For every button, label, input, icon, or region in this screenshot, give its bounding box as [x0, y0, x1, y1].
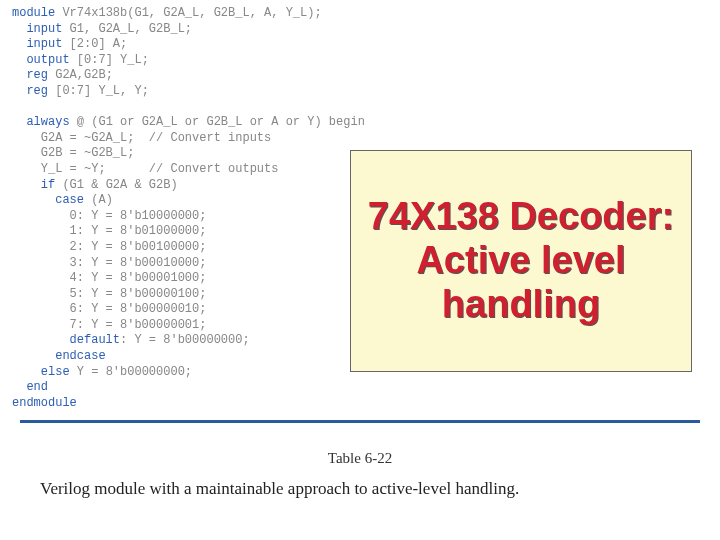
callout-text: 74X138 Decoder: Active level handling: [351, 195, 691, 326]
caption-label: Table 6-22: [40, 450, 680, 467]
horizontal-rule: [20, 420, 700, 423]
caption-block: Table 6-22 Verilog module with a maintai…: [40, 450, 680, 499]
callout-box: 74X138 Decoder: Active level handling: [350, 150, 692, 372]
caption-text: Verilog module with a maintainable appro…: [40, 479, 519, 498]
